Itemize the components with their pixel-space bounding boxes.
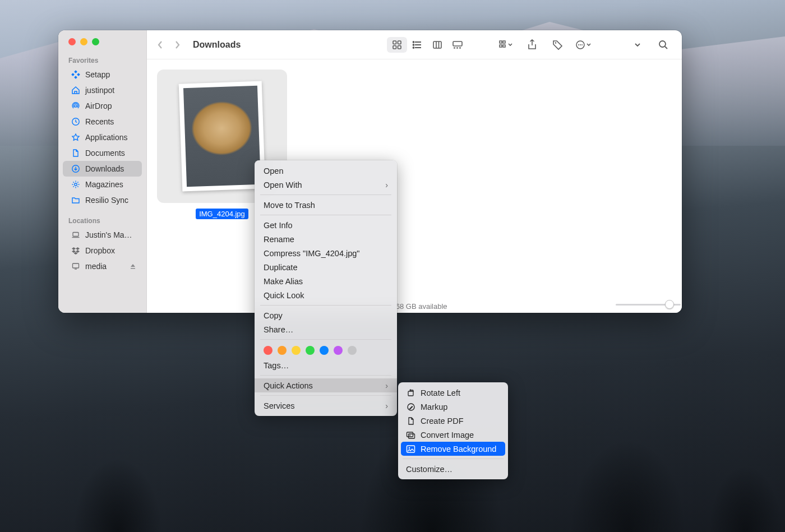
ctx-duplicate[interactable]: Duplicate: [255, 260, 397, 274]
qa-create-pdf[interactable]: Create PDF: [398, 414, 508, 428]
ctx-make-alias[interactable]: Make Alias: [255, 274, 397, 288]
more-button[interactable]: [575, 37, 592, 53]
svg-rect-20: [456, 47, 458, 48]
qa-remove-background[interactable]: Remove Background: [401, 442, 505, 456]
sidebar-item-resilio-sync[interactable]: Resilio Sync: [63, 192, 142, 208]
tag-green[interactable]: [306, 346, 315, 355]
fullscreen-button[interactable]: [92, 38, 99, 45]
sidebar-item-recents[interactable]: Recents: [63, 114, 142, 129]
dropdown-button[interactable]: [629, 37, 646, 53]
nav-arrows: [157, 40, 181, 50]
qa-rotate-left[interactable]: Rotate Left: [398, 386, 508, 400]
eject-icon[interactable]: [130, 263, 136, 270]
ctx-tags[interactable]: Tags…: [255, 358, 397, 372]
clock-icon: [71, 117, 81, 127]
ctx-copy[interactable]: Copy: [255, 308, 397, 322]
airdrop-icon: [71, 101, 81, 111]
svg-point-4: [75, 105, 77, 107]
tags-button[interactable]: [550, 37, 566, 53]
sidebar-item-media[interactable]: media: [63, 258, 142, 274]
view-list-button[interactable]: [407, 37, 427, 53]
tag-red[interactable]: [264, 346, 273, 355]
sidebar-item-documents[interactable]: Documents: [63, 145, 142, 161]
sidebar-item-setapp[interactable]: Setapp: [63, 67, 142, 82]
ctx-label: Open: [264, 166, 283, 175]
sidebar-item-airdrop[interactable]: AirDrop: [63, 98, 142, 114]
svg-point-38: [409, 447, 410, 448]
ctx-label: Open With: [264, 181, 302, 189]
ctx-open[interactable]: Open: [255, 164, 397, 178]
sidebar-item-dropbox[interactable]: Dropbox: [63, 243, 142, 258]
ctx-open-with[interactable]: Open With›: [255, 178, 397, 192]
status-bar: , 27.68 GB available: [147, 302, 682, 311]
ctx-compress[interactable]: Compress "IMG_4204.jpg": [255, 246, 397, 260]
zoom-thumb[interactable]: [665, 300, 674, 309]
svg-rect-8: [73, 233, 78, 237]
sidebar-item-label: Resilio Sync: [85, 196, 128, 205]
view-columns-button[interactable]: [427, 37, 447, 53]
tag-orange[interactable]: [278, 346, 287, 355]
svg-rect-9: [73, 263, 79, 268]
qa-customize[interactable]: Customize…: [398, 462, 508, 476]
ctx-label: Tags…: [264, 361, 289, 370]
minimize-button[interactable]: [80, 38, 87, 45]
back-button[interactable]: [157, 40, 164, 50]
sidebar-item-label: media: [85, 262, 107, 271]
ctx-services[interactable]: Services›: [255, 399, 397, 413]
ctx-label: Share…: [264, 325, 293, 334]
photo-image: [183, 86, 261, 187]
tag-yellow[interactable]: [292, 346, 301, 355]
tag-gray[interactable]: [348, 346, 357, 355]
sidebar-item-downloads[interactable]: Downloads: [63, 161, 142, 177]
toolbar-right: [498, 37, 672, 53]
svg-rect-19: [454, 47, 455, 48]
svg-point-28: [578, 44, 579, 45]
sidebar-item-justins-mac[interactable]: Justin's Ma…: [63, 227, 142, 243]
sidebar-item-label: Recents: [85, 117, 114, 126]
ctx-quick-actions[interactable]: Quick Actions›: [255, 378, 397, 392]
ctx-label: Get Info: [264, 221, 293, 230]
view-icons-button[interactable]: [387, 37, 407, 53]
sidebar-item-magazines[interactable]: Magazines: [63, 177, 142, 192]
dropbox-icon: [71, 246, 81, 256]
tag-purple[interactable]: [334, 346, 343, 355]
svg-rect-35: [409, 434, 415, 438]
sidebar-item-label: Applications: [85, 133, 128, 142]
convert-image-icon: [406, 430, 415, 440]
ctx-share[interactable]: Share…: [255, 322, 397, 336]
view-gallery-button[interactable]: [447, 37, 468, 53]
ctx-quick-look[interactable]: Quick Look: [255, 288, 397, 302]
group-by-button[interactable]: [498, 37, 515, 53]
ctx-separator: [260, 215, 391, 215]
apps-icon: [71, 132, 81, 142]
share-button[interactable]: [524, 37, 541, 53]
zoom-slider[interactable]: [616, 299, 674, 309]
ctx-get-info[interactable]: Get Info: [255, 218, 397, 232]
chevron-right-icon: ›: [385, 181, 388, 189]
sidebar-item-label: Magazines: [85, 180, 123, 189]
file-name-label[interactable]: IMG_4204.jpg: [196, 209, 248, 219]
ctx-separator: [260, 195, 391, 195]
search-button[interactable]: [655, 37, 672, 53]
svg-rect-1: [71, 73, 75, 76]
sidebar-item-home[interactable]: justinpot: [63, 82, 142, 98]
qa-separator: [403, 459, 504, 459]
qa-convert-image[interactable]: Convert Image: [398, 428, 508, 442]
gear-icon: [71, 179, 81, 189]
context-menu: Open Open With› Move to Trash Get Info R…: [255, 160, 397, 416]
qa-markup[interactable]: Markup: [398, 400, 508, 414]
sidebar-section-locations: Locations: [58, 212, 146, 227]
ctx-separator: [260, 395, 391, 396]
sidebar-item-applications[interactable]: Applications: [63, 129, 142, 145]
svg-rect-11: [398, 41, 401, 44]
ctx-rename[interactable]: Rename: [255, 232, 397, 246]
ctx-move-to-trash[interactable]: Move to Trash: [255, 198, 397, 212]
svg-rect-0: [74, 70, 77, 73]
close-button[interactable]: [68, 38, 76, 45]
sidebar-item-label: Justin's Ma…: [85, 230, 132, 239]
forward-button[interactable]: [174, 40, 181, 50]
content-area[interactable]: IMG_4204.jpg , 27.68 GB available: [147, 59, 682, 313]
svg-point-30: [581, 44, 583, 45]
remove-background-icon: [406, 444, 415, 454]
tag-blue[interactable]: [320, 346, 329, 355]
